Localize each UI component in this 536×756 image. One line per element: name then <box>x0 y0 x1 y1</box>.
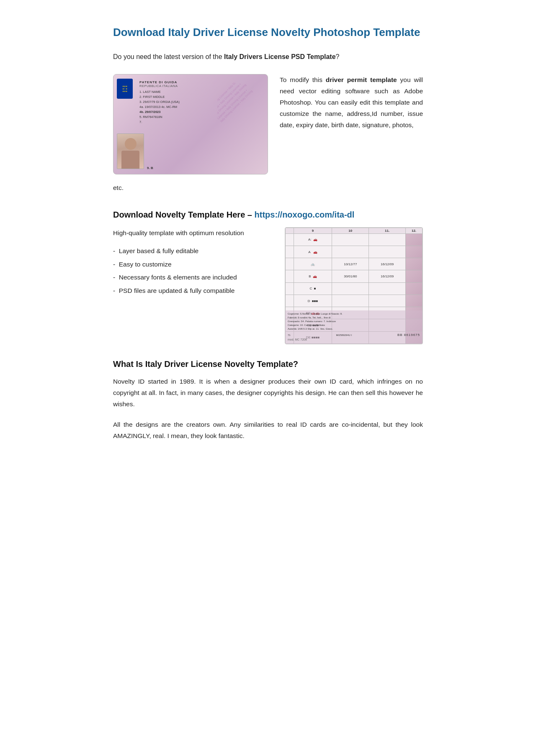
table-row: B 🚗 30/01/80 16/12/09 <box>286 270 423 282</box>
license-section: ★★★★ I ★★★★ PATENTE DI GUIDA REPUBBLICA … <box>113 74 423 174</box>
table-row: 🚲 10/12/77 16/12/09 <box>286 258 423 270</box>
description-text: To modify this driver permit template yo… <box>280 74 423 174</box>
license-back-image: 9 10 11. 12. A: 🚗 <box>285 227 423 344</box>
paragraph-2: All the designs are the creators own. An… <box>113 419 423 441</box>
feature-item-4: PSD files are updated & fully compatible <box>113 284 275 297</box>
back-bottom-num: 71 <box>288 333 291 337</box>
back-bottom-info: Cognome: S.Nome: S. Indice Luogo di Nasc… <box>285 310 423 344</box>
what-is-heading: What Is Italy Driver License Novelty Tem… <box>113 359 423 369</box>
page-title: Download Italy Driver License Novelty Ph… <box>113 25 423 40</box>
table-header-row: 9 10 11. 12. <box>286 228 423 233</box>
etc-text: etc. <box>113 182 423 193</box>
feature-item-2: Easy to customize <box>113 258 275 271</box>
feature-item-3: Necessary fonts & elements are included <box>113 271 275 284</box>
license-watermark: Italy Driving License • Italy Driving Li… <box>217 83 268 167</box>
features-list: Layer based & fully editable Easy to cus… <box>113 244 275 297</box>
table-row: D ■■■ <box>286 295 423 307</box>
license-photo <box>117 133 144 169</box>
table-row: C ■ <box>286 282 423 295</box>
download-heading: Download Novelty Template Here – https:/… <box>113 210 423 220</box>
high-quality-text: High-quality template with optimum resol… <box>113 227 275 238</box>
license-bottom-label: 9. B <box>147 166 153 170</box>
download-left: High-quality template with optimum resol… <box>113 227 275 297</box>
download-link[interactable]: https://noxogo.com/ita-dl <box>255 210 355 219</box>
intro-paragraph: Do you need the latest version of the It… <box>113 51 423 62</box>
back-barcode: BB 8619675 <box>397 333 420 338</box>
eu-flag-box: ★★★★ I ★★★★ <box>117 79 133 99</box>
table-row: A 🚗 <box>286 246 423 258</box>
download-content: High-quality template with optimum resol… <box>113 227 423 344</box>
back-bottom-id: MI2589294U I <box>336 333 352 337</box>
paragraph-1: Novelty ID started in 1989. It is when a… <box>113 376 423 410</box>
license-front-image: ★★★★ I ★★★★ PATENTE DI GUIDA REPUBBLICA … <box>113 74 268 174</box>
table-row: A: 🚗 <box>286 233 423 246</box>
download-section: High-quality template with optimum resol… <box>113 227 423 344</box>
feature-item-1: Layer based & fully editable <box>113 244 275 258</box>
